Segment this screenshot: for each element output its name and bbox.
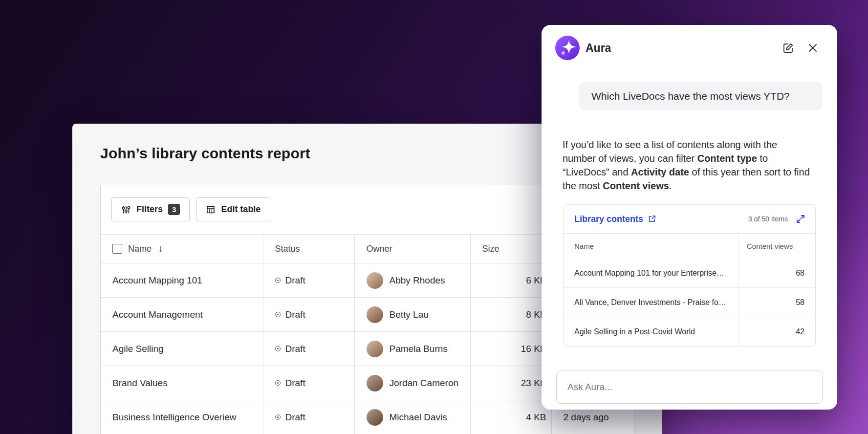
contents-cell-name: Agile Selling in a Post-Covid World	[564, 317, 738, 346]
cell-owner: Jordan Cameron	[354, 366, 470, 400]
contents-column-views: Content views	[738, 234, 815, 259]
library-contents-label: Library contents	[574, 214, 643, 224]
draft-status-icon	[275, 380, 281, 386]
cell-size: 8 KB	[470, 298, 551, 332]
edit-table-icon	[206, 205, 216, 215]
contents-cell-name: Account Mapping 101 for your Enterprise…	[564, 259, 738, 287]
contents-header-row: Name Content views	[564, 234, 815, 259]
library-contents-card: Library contents 3 of 50 Items Name Cont…	[563, 204, 816, 347]
contents-cell-views: 58	[738, 288, 815, 317]
avatar	[367, 272, 383, 289]
contents-cell-name: Ali Vance, Denver Investments - Praise f…	[564, 288, 738, 317]
cell-size: 4 KB	[470, 400, 551, 434]
library-contents-link[interactable]: Library contents	[574, 214, 656, 224]
cell-owner: Betty Lau	[354, 298, 470, 332]
cell-status: Draft	[263, 298, 354, 332]
column-label-name: Name	[128, 244, 152, 254]
aura-panel: Aura Which LiveDocs have the most views …	[542, 25, 837, 410]
column-header-owner[interactable]: Owner	[354, 235, 470, 263]
cell-owner: Pamela Burns	[354, 332, 470, 366]
column-header-name[interactable]: Name ↓	[101, 235, 263, 263]
aura-sparkle-icon	[555, 36, 580, 60]
close-panel-button[interactable]	[807, 42, 819, 54]
cell-status: Draft	[263, 400, 354, 434]
select-all-checkbox[interactable]	[112, 244, 122, 254]
cell-status: Draft	[263, 263, 354, 298]
contents-row: Account Mapping 101 for your Enterprise……	[564, 259, 815, 287]
library-contents-table: Name Content views Account Mapping 101 f…	[564, 233, 815, 346]
edit-table-button[interactable]: Edit table	[196, 197, 270, 221]
external-link-icon	[648, 215, 656, 223]
cell-size: 23 KB	[470, 366, 551, 400]
compose-icon	[782, 42, 794, 54]
draft-status-icon	[275, 414, 281, 420]
contents-row: Ali Vance, Denver Investments - Praise f…	[564, 287, 815, 317]
sort-descending-icon: ↓	[158, 243, 163, 254]
contents-cell-views: 42	[738, 317, 815, 346]
library-contents-header: Library contents 3 of 50 Items	[564, 205, 815, 233]
cell-name: Agile Selling	[101, 332, 263, 366]
close-icon	[807, 43, 818, 53]
cell-name: Account Management	[101, 298, 263, 332]
draft-status-icon	[275, 312, 281, 317]
new-chat-button[interactable]	[782, 42, 794, 54]
cell-owner: Michael Davis	[354, 400, 470, 434]
cell-name: Business Intelligence Overiew	[101, 400, 263, 434]
ask-aura-input[interactable]	[556, 370, 823, 404]
aura-header: Aura	[542, 25, 837, 60]
contents-column-name: Name	[564, 234, 738, 259]
cell-name: Brand Values	[101, 366, 263, 400]
avatar	[367, 375, 383, 391]
expand-table-button[interactable]	[796, 214, 805, 224]
contents-cell-views: 68	[738, 259, 815, 287]
avatar	[367, 409, 383, 426]
cell-status: Draft	[263, 332, 354, 366]
cell-size: 16 KB	[470, 332, 551, 366]
edit-table-label: Edit table	[221, 204, 260, 215]
cell-name: Account Mapping 101	[101, 263, 263, 298]
contents-row: Agile Selling in a Post-Covid World42	[564, 317, 815, 346]
aura-title: Aura	[586, 42, 611, 55]
items-count: 3 of 50 Items	[748, 215, 788, 223]
column-header-size[interactable]: Size	[470, 235, 551, 263]
aura-response-text: If you’d like to see a list of contents …	[563, 138, 810, 193]
column-header-status[interactable]: Status	[263, 235, 354, 263]
contents-table-body: Account Mapping 101 for your Enterprise……	[564, 259, 815, 346]
avatar	[367, 341, 383, 357]
filter-icon	[121, 205, 131, 215]
draft-status-icon	[275, 278, 281, 283]
user-message-bubble: Which LiveDocs have the most views YTD?	[579, 82, 823, 110]
cell-status: Draft	[263, 366, 354, 400]
maximize-icon	[796, 214, 805, 224]
filters-label: Filters	[136, 204, 163, 215]
draft-status-icon	[275, 346, 281, 351]
filters-button[interactable]: Filters 3	[111, 197, 190, 221]
cell-owner: Abby Rhodes	[354, 263, 470, 298]
cell-size: 6 KB	[470, 263, 551, 298]
avatar	[367, 306, 383, 323]
filters-count-badge: 3	[168, 204, 180, 215]
user-message-text: Which LiveDocs have the most views YTD?	[591, 90, 790, 102]
